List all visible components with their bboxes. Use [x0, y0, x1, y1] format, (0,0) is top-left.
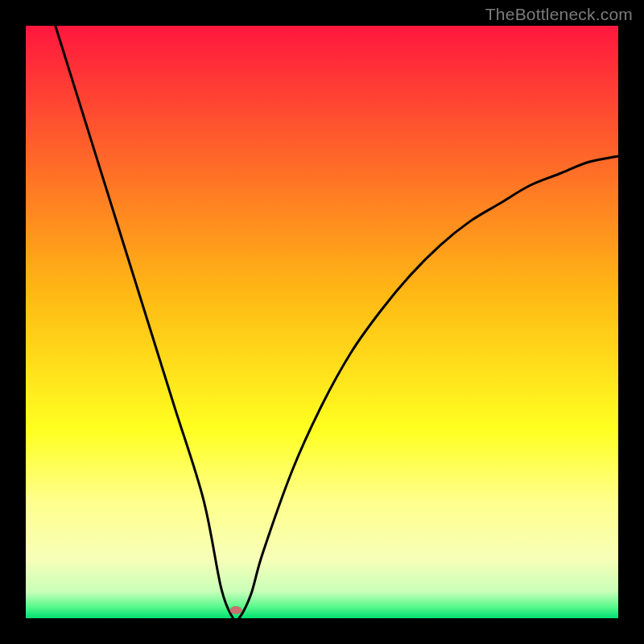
plot-area: [26, 26, 618, 618]
watermark-text: TheBottleneck.com: [485, 5, 633, 24]
optimal-point-marker: [230, 606, 242, 614]
outer-frame: TheBottleneck.com: [0, 0, 644, 644]
chart-background: [26, 26, 618, 618]
chart-svg: [26, 26, 618, 618]
